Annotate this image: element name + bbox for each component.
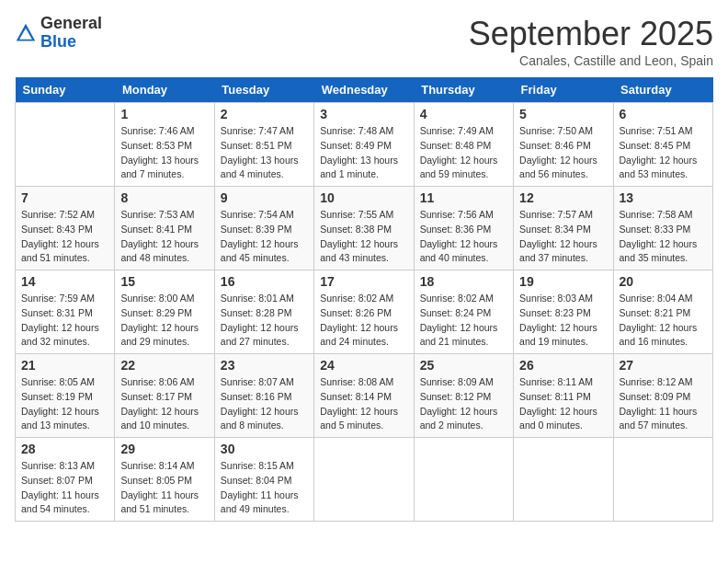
day-of-week-header: Sunday	[16, 77, 115, 103]
calendar-week-row: 21Sunrise: 8:05 AMSunset: 8:19 PMDayligh…	[16, 354, 713, 438]
day-number: 28	[21, 442, 108, 456]
day-number: 23	[221, 358, 308, 373]
day-info: Sunrise: 8:01 AMSunset: 8:28 PMDaylight:…	[221, 292, 308, 350]
calendar-body: 1Sunrise: 7:46 AMSunset: 8:53 PMDaylight…	[16, 103, 713, 522]
day-number: 7	[21, 190, 108, 205]
day-info: Sunrise: 8:02 AMSunset: 8:26 PMDaylight:…	[320, 292, 407, 350]
day-number: 16	[221, 274, 308, 289]
calendar-cell: 9Sunrise: 7:54 AMSunset: 8:39 PMDaylight…	[214, 187, 313, 270]
day-number: 27	[620, 358, 707, 373]
day-info: Sunrise: 7:55 AMSunset: 8:38 PMDaylight:…	[320, 208, 407, 266]
day-number: 5	[519, 107, 607, 121]
day-number: 14	[21, 274, 108, 289]
calendar-cell	[414, 438, 513, 522]
calendar-cell	[16, 103, 115, 187]
calendar-week-row: 28Sunrise: 8:13 AMSunset: 8:07 PMDayligh…	[16, 438, 713, 522]
calendar-cell: 20Sunrise: 8:04 AMSunset: 8:21 PMDayligh…	[613, 270, 712, 354]
day-number: 20	[620, 274, 707, 289]
day-number: 3	[320, 107, 407, 121]
calendar-week-row: 1Sunrise: 7:46 AMSunset: 8:53 PMDaylight…	[16, 103, 713, 187]
day-of-week-header: Tuesday	[214, 77, 313, 103]
day-of-week-header: Saturday	[613, 77, 712, 103]
calendar-cell: 7Sunrise: 7:52 AMSunset: 8:43 PMDaylight…	[16, 187, 115, 270]
day-info: Sunrise: 8:14 AMSunset: 8:05 PMDaylight:…	[120, 459, 208, 517]
day-number: 21	[21, 358, 108, 373]
day-info: Sunrise: 7:49 AMSunset: 8:48 PMDaylight:…	[420, 124, 507, 182]
day-info: Sunrise: 7:48 AMSunset: 8:49 PMDaylight:…	[320, 124, 407, 182]
day-of-week-header: Thursday	[414, 77, 513, 103]
day-number: 9	[221, 190, 308, 205]
calendar-cell: 13Sunrise: 7:58 AMSunset: 8:33 PMDayligh…	[613, 187, 712, 270]
calendar-cell	[314, 438, 414, 522]
day-info: Sunrise: 8:15 AMSunset: 8:04 PMDaylight:…	[221, 459, 308, 517]
day-info: Sunrise: 7:53 AMSunset: 8:41 PMDaylight:…	[120, 208, 208, 266]
title-block: September 2025 Canales, Castille and Leo…	[469, 15, 713, 68]
day-info: Sunrise: 7:52 AMSunset: 8:43 PMDaylight:…	[21, 208, 108, 266]
calendar-cell: 3Sunrise: 7:48 AMSunset: 8:49 PMDaylight…	[314, 103, 414, 187]
day-info: Sunrise: 8:04 AMSunset: 8:21 PMDaylight:…	[620, 292, 707, 350]
day-info: Sunrise: 7:59 AMSunset: 8:31 PMDaylight:…	[21, 292, 108, 350]
day-info: Sunrise: 8:06 AMSunset: 8:17 PMDaylight:…	[120, 375, 208, 433]
day-of-week-header: Friday	[514, 77, 613, 103]
calendar-cell: 17Sunrise: 8:02 AMSunset: 8:26 PMDayligh…	[314, 270, 414, 354]
calendar-cell: 24Sunrise: 8:08 AMSunset: 8:14 PMDayligh…	[314, 354, 414, 438]
calendar-cell: 8Sunrise: 7:53 AMSunset: 8:41 PMDaylight…	[115, 187, 214, 270]
calendar-header-row: SundayMondayTuesdayWednesdayThursdayFrid…	[16, 77, 713, 103]
calendar-cell: 14Sunrise: 7:59 AMSunset: 8:31 PMDayligh…	[16, 270, 115, 354]
day-number: 24	[320, 358, 407, 373]
calendar-cell: 2Sunrise: 7:47 AMSunset: 8:51 PMDaylight…	[214, 103, 313, 187]
day-number: 26	[519, 358, 607, 373]
calendar-cell: 6Sunrise: 7:51 AMSunset: 8:45 PMDaylight…	[613, 103, 712, 187]
day-of-week-header: Wednesday	[314, 77, 414, 103]
day-number: 19	[519, 274, 607, 289]
day-info: Sunrise: 7:57 AMSunset: 8:34 PMDaylight:…	[519, 208, 607, 266]
day-info: Sunrise: 8:07 AMSunset: 8:16 PMDaylight:…	[221, 375, 308, 433]
calendar-cell: 27Sunrise: 8:12 AMSunset: 8:09 PMDayligh…	[613, 354, 712, 438]
subtitle: Canales, Castille and Leon, Spain	[469, 53, 713, 68]
calendar-cell: 22Sunrise: 8:06 AMSunset: 8:17 PMDayligh…	[115, 354, 214, 438]
day-info: Sunrise: 8:13 AMSunset: 8:07 PMDaylight:…	[21, 459, 108, 517]
calendar-cell: 26Sunrise: 8:11 AMSunset: 8:11 PMDayligh…	[514, 354, 613, 438]
logo-icon	[15, 22, 37, 44]
calendar-cell: 25Sunrise: 8:09 AMSunset: 8:12 PMDayligh…	[414, 354, 513, 438]
day-number: 13	[620, 190, 707, 205]
day-info: Sunrise: 7:50 AMSunset: 8:46 PMDaylight:…	[519, 124, 607, 182]
day-info: Sunrise: 8:03 AMSunset: 8:23 PMDaylight:…	[519, 292, 607, 350]
calendar-cell: 16Sunrise: 8:01 AMSunset: 8:28 PMDayligh…	[214, 270, 313, 354]
day-number: 29	[120, 442, 208, 456]
day-info: Sunrise: 8:09 AMSunset: 8:12 PMDaylight:…	[420, 375, 507, 433]
month-title: September 2025	[469, 15, 713, 53]
day-number: 17	[320, 274, 407, 289]
day-info: Sunrise: 8:05 AMSunset: 8:19 PMDaylight:…	[21, 375, 108, 433]
calendar-cell: 30Sunrise: 8:15 AMSunset: 8:04 PMDayligh…	[214, 438, 313, 522]
logo: General Blue	[15, 15, 102, 52]
calendar-cell: 21Sunrise: 8:05 AMSunset: 8:19 PMDayligh…	[16, 354, 115, 438]
day-number: 15	[120, 274, 208, 289]
calendar-week-row: 7Sunrise: 7:52 AMSunset: 8:43 PMDaylight…	[16, 187, 713, 270]
day-number: 2	[221, 107, 308, 121]
day-of-week-header: Monday	[115, 77, 214, 103]
day-number: 8	[120, 190, 208, 205]
day-info: Sunrise: 7:51 AMSunset: 8:45 PMDaylight:…	[620, 124, 707, 182]
day-info: Sunrise: 7:54 AMSunset: 8:39 PMDaylight:…	[221, 208, 308, 266]
day-info: Sunrise: 7:56 AMSunset: 8:36 PMDaylight:…	[420, 208, 507, 266]
day-info: Sunrise: 8:08 AMSunset: 8:14 PMDaylight:…	[320, 375, 407, 433]
day-info: Sunrise: 7:47 AMSunset: 8:51 PMDaylight:…	[221, 124, 308, 182]
calendar-cell	[514, 438, 613, 522]
day-info: Sunrise: 8:00 AMSunset: 8:29 PMDaylight:…	[120, 292, 208, 350]
day-number: 1	[120, 107, 208, 121]
day-info: Sunrise: 7:58 AMSunset: 8:33 PMDaylight:…	[620, 208, 707, 266]
calendar-cell: 15Sunrise: 8:00 AMSunset: 8:29 PMDayligh…	[115, 270, 214, 354]
day-number: 22	[120, 358, 208, 373]
day-info: Sunrise: 8:02 AMSunset: 8:24 PMDaylight:…	[420, 292, 507, 350]
day-number: 25	[420, 358, 507, 373]
day-info: Sunrise: 8:11 AMSunset: 8:11 PMDaylight:…	[519, 375, 607, 433]
calendar-cell: 10Sunrise: 7:55 AMSunset: 8:38 PMDayligh…	[314, 187, 414, 270]
calendar-cell: 18Sunrise: 8:02 AMSunset: 8:24 PMDayligh…	[414, 270, 513, 354]
calendar-cell: 5Sunrise: 7:50 AMSunset: 8:46 PMDaylight…	[514, 103, 613, 187]
calendar-table: SundayMondayTuesdayWednesdayThursdayFrid…	[15, 77, 713, 522]
calendar-cell: 29Sunrise: 8:14 AMSunset: 8:05 PMDayligh…	[115, 438, 214, 522]
day-number: 11	[420, 190, 507, 205]
calendar-cell: 1Sunrise: 7:46 AMSunset: 8:53 PMDaylight…	[115, 103, 214, 187]
day-number: 18	[420, 274, 507, 289]
